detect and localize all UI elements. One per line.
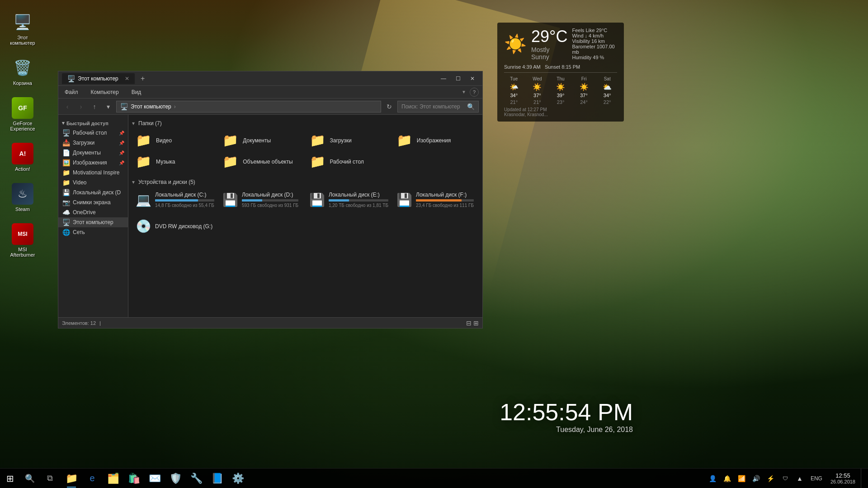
- recent-locations-button[interactable]: ▾: [103, 101, 113, 112]
- status-cursor: |: [99, 320, 101, 326]
- folders-section-header[interactable]: ▾ Папки (7): [132, 118, 479, 128]
- taskbar-settings-icon: ⚙️: [232, 473, 244, 484]
- title-bar: 🖥️ Этот компьютер ✕ + — ☐ ✕: [58, 71, 482, 86]
- folder-images[interactable]: 📁 Изображения: [393, 130, 479, 150]
- taskbar-date: 26.06.2018: [830, 479, 855, 484]
- icon-action[interactable]: A! Action!: [5, 141, 41, 174]
- folder-documents[interactable]: 📁 Документы: [219, 130, 305, 150]
- taskbar-user-icon[interactable]: 👤: [707, 470, 719, 487]
- icon-msi[interactable]: MSI MSI Afterburner: [5, 221, 41, 260]
- menu-view[interactable]: Вид: [129, 88, 144, 96]
- folder-music[interactable]: 📁 Музыка: [132, 151, 218, 172]
- sidebar-quick-access-header[interactable]: ▾ Быстрый доступ: [58, 118, 128, 128]
- minimize-button[interactable]: —: [437, 74, 450, 84]
- drive-e-bar: [329, 199, 349, 202]
- tab-close-icon[interactable]: ✕: [125, 75, 129, 82]
- taskbar-mail[interactable]: ✉️: [145, 469, 165, 488]
- drive-dvd[interactable]: 💿 DVD RW дисковод (G:): [132, 216, 479, 236]
- sidebar-pin-desktop: 📌: [119, 131, 124, 136]
- taskbar-files[interactable]: 🗂️: [103, 469, 123, 488]
- folder-images-name: Изображения: [417, 137, 451, 144]
- taskbar-volume-icon[interactable]: 🔊: [750, 470, 763, 487]
- search-button[interactable]: 🔍: [20, 469, 40, 488]
- taskbar-clock[interactable]: 12:55 26.06.2018: [827, 469, 859, 488]
- maximize-button[interactable]: ☐: [452, 74, 464, 84]
- taskbar-explorer[interactable]: 📁: [61, 469, 81, 488]
- address-bar[interactable]: 🖥️ Этот компьютер ›: [116, 101, 381, 113]
- grid-view-button[interactable]: ⊞: [473, 319, 479, 327]
- drive-d-bar-container: [242, 199, 298, 202]
- taskbar-settings[interactable]: ⚙️: [228, 469, 248, 488]
- sidebar-item-network[interactable]: 🌐 Сеть: [58, 227, 128, 237]
- weather-day-3: Fri ☀️ 37° 24°: [574, 76, 594, 105]
- ribbon-expand-icon[interactable]: ▼: [460, 89, 468, 94]
- sidebar-item-images[interactable]: 🖼️ Изображения 📌: [58, 158, 128, 168]
- drive-d[interactable]: 💾 Локальный диск (D:) 593 ГБ свободно из…: [219, 189, 305, 211]
- taskbar-edge[interactable]: e: [82, 469, 102, 488]
- close-button[interactable]: ✕: [466, 74, 479, 84]
- taskbar-chevron-icon[interactable]: ▲: [793, 470, 806, 487]
- drive-e[interactable]: 💾 Локальный диск (E:) 1,20 ТБ свободно и…: [306, 189, 392, 211]
- folder-3d[interactable]: 📁 Объемные объекты: [219, 151, 305, 172]
- icon-basket[interactable]: 🗑️ Корзина: [5, 55, 41, 88]
- taskbar-network-icon[interactable]: 📶: [736, 470, 748, 487]
- help-button[interactable]: ?: [470, 88, 479, 97]
- drive-f-info: Локальный диск (F:) 23,4 ГБ свободно из …: [416, 192, 474, 208]
- sidebar-item-local-disk[interactable]: 💾 Локальный диск (D: [58, 188, 128, 197]
- start-button[interactable]: ⊞: [0, 469, 20, 488]
- weather-day-2: Thu ☀️ 39° 23°: [551, 76, 571, 105]
- menu-computer[interactable]: Компьютер: [88, 88, 122, 96]
- window-controls: — ☐ ✕: [437, 74, 479, 84]
- folder-video[interactable]: 📁 Видео: [132, 130, 218, 150]
- folder-desktop[interactable]: 📁 Рабочий стол: [306, 151, 392, 172]
- sidebar-item-motivational[interactable]: 📁 Motivational Inspire: [58, 168, 128, 178]
- icon-geforce[interactable]: GF GeForce Experience: [5, 95, 41, 134]
- forward-button[interactable]: ›: [75, 101, 86, 112]
- up-button[interactable]: ↑: [89, 101, 100, 112]
- folder-documents-icon: 📁: [222, 133, 238, 148]
- drives-section-header[interactable]: ▾ Устройства и диски (5): [132, 177, 479, 187]
- drive-f-name: Локальный диск (F:): [416, 192, 474, 198]
- search-bar[interactable]: Поиск: Этот компьютер 🔍: [397, 101, 479, 113]
- drive-d-info: Локальный диск (D:) 593 ГБ свободно из 9…: [242, 192, 298, 208]
- sidebar-item-video[interactable]: 📁 Video: [58, 178, 128, 188]
- drive-c[interactable]: 💻 Локальный диск (C:) 14,8 ГБ свободно и…: [132, 189, 218, 211]
- sidebar-item-downloads[interactable]: 📥 Загрузки 📌: [58, 138, 128, 148]
- taskbar-security-icon[interactable]: 🛡: [779, 470, 792, 487]
- sidebar-item-desktop[interactable]: 🖥️ Рабочий стол 📌: [58, 128, 128, 138]
- back-button[interactable]: ‹: [62, 101, 73, 112]
- taskbar-antivirus[interactable]: 🛡️: [165, 469, 185, 488]
- taskbar-tool[interactable]: 🔧: [186, 469, 206, 488]
- show-desktop-button[interactable]: [861, 469, 864, 488]
- status-text: Элементов: 12: [62, 320, 96, 326]
- sidebar-item-onedrive[interactable]: ☁️ OneDrive: [58, 207, 128, 217]
- explorer-tab-active[interactable]: 🖥️ Этот компьютер ✕: [62, 73, 135, 84]
- refresh-button[interactable]: ↻: [384, 101, 395, 112]
- taskbar-store[interactable]: 🛍️: [124, 469, 144, 488]
- clock-widget: 12:55:54 PM Tuesday, June 26, 2018: [500, 399, 633, 434]
- drive-f[interactable]: 💾 Локальный диск (F:) 23,4 ГБ свободно и…: [393, 189, 479, 211]
- sidebar-item-this-computer[interactable]: 🖥️ Этот компьютер: [58, 217, 128, 227]
- drive-e-free: 1,20 ТБ свободно из 1,81 ТБ: [329, 203, 388, 208]
- taskbar-battery-icon[interactable]: ⚡: [764, 470, 777, 487]
- icon-steam[interactable]: ♨ Steam: [5, 181, 41, 214]
- drive-c-icon: 💻: [136, 192, 151, 207]
- folder-downloads[interactable]: 📁 Загрузки: [306, 130, 392, 150]
- sidebar-desktop-icon: 🖥️: [62, 129, 70, 136]
- taskbar-notification-icon[interactable]: 🔔: [721, 470, 734, 487]
- sidebar-item-screenshots[interactable]: 📷 Снимки экрана: [58, 197, 128, 207]
- tab-add-button[interactable]: +: [137, 73, 149, 84]
- sidebar-item-documents[interactable]: 📄 Документы 📌: [58, 148, 128, 158]
- task-view-button[interactable]: ⧉: [40, 469, 60, 488]
- drive-d-icon: 💾: [222, 192, 238, 207]
- dvd-name: DVD RW дисковод (G:): [155, 223, 212, 230]
- drive-f-free: 23,4 ГБ свободно из 111 ГБ: [416, 203, 474, 208]
- main-panel: ▾ Папки (7) 📁 Видео 📁 Документы 📁 Загруз…: [128, 115, 482, 317]
- list-view-button[interactable]: ⊟: [466, 319, 472, 327]
- menu-file[interactable]: Файл: [62, 88, 81, 96]
- taskbar-language[interactable]: ENG: [808, 475, 825, 482]
- sidebar-network-icon: 🌐: [62, 229, 70, 236]
- icon-this-computer[interactable]: 🖥️ Этот компьютер: [5, 9, 41, 48]
- folder-3d-icon: 📁: [222, 154, 238, 169]
- taskbar-word[interactable]: 📘: [207, 469, 227, 488]
